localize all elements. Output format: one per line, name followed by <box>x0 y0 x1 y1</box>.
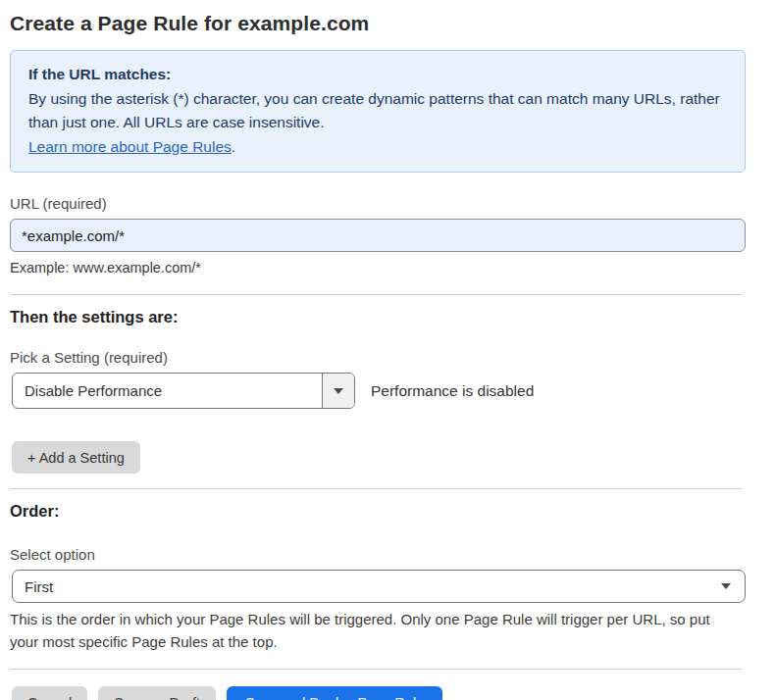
chevron-down-icon <box>322 374 354 408</box>
pick-setting-label: Pick a Setting (required) <box>10 349 746 366</box>
setting-select-value: Disable Performance <box>13 374 322 408</box>
url-match-info-box: If the URL matches: By using the asteris… <box>10 50 746 173</box>
info-box-heading: If the URL matches: <box>28 63 727 87</box>
link-suffix: . <box>232 138 235 155</box>
order-select-value: First <box>25 578 53 595</box>
setting-status-text: Performance is disabled <box>371 382 534 400</box>
order-helper-text: This is the order in which your Page Rul… <box>10 609 736 653</box>
order-select[interactable]: First <box>12 570 746 603</box>
add-setting-button[interactable]: + Add a Setting <box>12 441 140 474</box>
cancel-button[interactable]: Cancel <box>12 686 87 700</box>
info-box-body: By using the asterisk (*) character, you… <box>28 87 727 135</box>
divider <box>10 488 742 489</box>
learn-more-link[interactable]: Learn more about Page Rules <box>28 138 232 155</box>
setting-select[interactable]: Disable Performance <box>12 373 355 409</box>
info-box-link-line: Learn more about Page Rules. <box>28 135 727 160</box>
save-draft-button[interactable]: Save as Draft <box>98 686 216 700</box>
footer-actions: Cancel Save as Draft Save and Deploy Pag… <box>12 686 746 700</box>
url-input[interactable] <box>10 219 746 252</box>
order-select-label: Select option <box>10 546 746 563</box>
divider <box>10 669 742 670</box>
url-example-helper: Example: www.example.com/* <box>10 260 746 275</box>
order-heading: Order: <box>10 502 746 521</box>
page-rule-form: Create a Page Rule for example.com If th… <box>10 0 746 700</box>
page-title: Create a Page Rule for example.com <box>10 12 746 35</box>
url-label: URL (required) <box>10 195 746 212</box>
settings-heading: Then the settings are: <box>10 308 746 326</box>
save-deploy-button[interactable]: Save and Deploy Page Rule <box>227 686 442 700</box>
divider <box>10 294 742 295</box>
chevron-down-icon <box>721 583 731 589</box>
setting-row: Disable Performance Performance is disab… <box>10 373 746 409</box>
